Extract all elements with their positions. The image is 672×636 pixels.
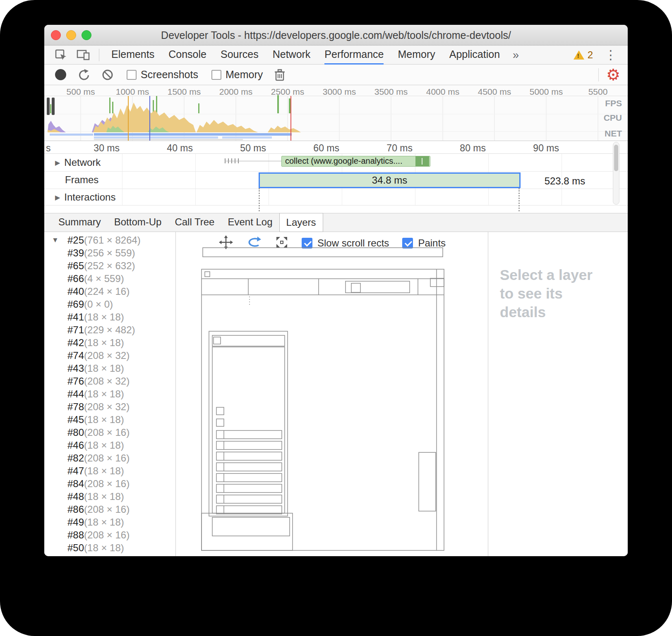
- layer-details-placeholder: Select a layer to see its details: [500, 266, 596, 321]
- warning-count: 2: [588, 49, 593, 61]
- screenshots-toggle[interactable]: Screenshots: [127, 69, 198, 81]
- screenshots-label: Screenshots: [141, 69, 198, 81]
- layer-wireframe[interactable]: [176, 232, 488, 556]
- overview-tick-label: 4000 ms: [418, 87, 468, 97]
- layer-tree-item[interactable]: #50(18 × 18): [44, 541, 175, 554]
- more-tabs-icon[interactable]: »: [513, 45, 519, 65]
- overview-tick-label: 2500 ms: [263, 87, 312, 97]
- devtools-window: Developer Tools - https://developers.goo…: [44, 25, 628, 556]
- layer-tree-item[interactable]: #76(208 × 32): [44, 375, 175, 387]
- layer-tree-item[interactable]: #86(208 × 16): [44, 503, 175, 516]
- devtools-tabbar: ElementsConsoleSourcesNetworkPerformance…: [44, 45, 628, 65]
- device-toolbar-icon[interactable]: [77, 49, 90, 61]
- reload-and-profile-icon[interactable]: [78, 69, 90, 81]
- layer-tree-item[interactable]: #44(18 × 18): [44, 387, 175, 400]
- tree-disclosure-icon[interactable]: ▼: [52, 234, 62, 246]
- frame-duration: 34.8 ms: [372, 175, 407, 186]
- toolbar-separator: [598, 68, 599, 81]
- selected-frame-bar[interactable]: 34.8 ms: [259, 172, 521, 188]
- detail-tick-label: 40 ms: [159, 143, 193, 154]
- clear-recording-icon[interactable]: [102, 69, 113, 81]
- layer-tree-item[interactable]: #65(252 × 632): [44, 259, 175, 272]
- overview-tick-label: 5000 ms: [521, 87, 571, 97]
- layer-tree-item[interactable]: #84(208 × 16): [44, 477, 175, 490]
- lane-label: NET: [605, 129, 622, 139]
- layer-tree-item[interactable]: #80(208 × 16): [44, 426, 175, 439]
- detail-time-ruler: s30 ms40 ms50 ms60 ms70 ms80 ms90 ms: [44, 141, 628, 154]
- layer-tree-item[interactable]: ▼#25(761 × 8264): [44, 234, 175, 246]
- layer-tree-item[interactable]: #82(208 × 16): [44, 452, 175, 464]
- detail-scrollbar[interactable]: [613, 142, 619, 205]
- garbage-collect-icon[interactable]: [274, 69, 285, 81]
- detail-tick-label: 80 ms: [452, 143, 486, 154]
- analysis-tab[interactable]: Bottom-Up: [108, 213, 168, 232]
- layer-tree-item[interactable]: #43(18 × 18): [44, 362, 175, 375]
- panel-tab[interactable]: Performance: [324, 45, 384, 65]
- frame-selection-guide-right: [518, 188, 520, 211]
- layer-tree-item[interactable]: #69(0 × 0): [44, 298, 175, 311]
- layers-canvas[interactable]: Slow scroll rects Paints: [176, 232, 488, 556]
- detail-tick-label: 30 ms: [86, 143, 120, 154]
- inspect-element-icon[interactable]: [55, 49, 67, 61]
- disclosure-triangle-icon[interactable]: ▶: [55, 194, 60, 201]
- layer-tree-item[interactable]: #47(18 × 18): [44, 464, 175, 477]
- layer-tree-item[interactable]: #39(256 × 559): [44, 246, 175, 259]
- lane-label: FPS: [605, 98, 622, 108]
- panel-tab[interactable]: Memory: [398, 45, 435, 65]
- layer-tree-item[interactable]: #71(229 × 482): [44, 323, 175, 336]
- detail-tick-label: s: [46, 143, 71, 154]
- next-frame-duration: 523.8 ms: [532, 175, 598, 187]
- warning-icon: !: [574, 50, 584, 60]
- analysis-tab[interactable]: Call Tree: [168, 213, 221, 232]
- window-title: Developer Tools - https://developers.goo…: [44, 25, 628, 45]
- memory-checkbox[interactable]: [211, 70, 221, 80]
- screenshots-checkbox[interactable]: [127, 70, 137, 80]
- layer-tree-item[interactable]: #42(18 × 18): [44, 336, 175, 349]
- layer-tree-item[interactable]: #90(208 × 16): [44, 554, 175, 556]
- disclosure-triangle-icon[interactable]: ▶: [55, 159, 60, 167]
- performance-toolbar: Screenshots Memory ⚙: [44, 65, 628, 85]
- layer-tree-item[interactable]: #46(18 × 18): [44, 439, 175, 452]
- main-tabs: ElementsConsoleSourcesNetworkPerformance…: [104, 45, 507, 65]
- interactions-row-header[interactable]: ▶ Interactions: [55, 191, 115, 203]
- analysis-tab[interactable]: Summary: [52, 213, 108, 232]
- memory-toggle[interactable]: Memory: [211, 69, 263, 81]
- layer-tree-item[interactable]: #66(4 × 559): [44, 272, 175, 285]
- panel-tab[interactable]: Sources: [221, 45, 259, 65]
- titlebar: Developer Tools - https://developers.goo…: [44, 25, 628, 45]
- detail-tick-label: 70 ms: [379, 143, 413, 154]
- layer-tree-item[interactable]: #78(208 × 32): [44, 400, 175, 413]
- console-warnings-indicator[interactable]: ! 2: [574, 49, 593, 61]
- panel-tab[interactable]: Application: [449, 45, 500, 65]
- layer-tree-item[interactable]: #49(18 × 18): [44, 516, 175, 528]
- capture-settings-gear-icon[interactable]: ⚙: [606, 65, 620, 85]
- memory-label: Memory: [226, 69, 263, 81]
- layer-tree-item[interactable]: #40(224 × 16): [44, 285, 175, 298]
- layer-tree-item[interactable]: #45(18 × 18): [44, 413, 175, 426]
- layer-tree-item[interactable]: #48(18 × 18): [44, 490, 175, 503]
- panel-tab[interactable]: Elements: [111, 45, 154, 65]
- overview-tick-label: 1500 ms: [159, 87, 209, 97]
- detail-tick-label: 50 ms: [232, 143, 266, 154]
- analysis-tab[interactable]: Layers: [279, 213, 323, 232]
- layer-tree-item[interactable]: #88(208 × 16): [44, 528, 175, 541]
- timeline-overview[interactable]: 500 ms1000 ms1500 ms2000 ms2500 ms3000 m…: [44, 85, 628, 141]
- analysis-tab[interactable]: Event Log: [221, 213, 279, 232]
- kebab-menu-icon[interactable]: ⋮: [602, 45, 619, 65]
- screen-surround: Developer Tools - https://developers.goo…: [0, 0, 672, 636]
- layer-tree-item[interactable]: #41(18 × 18): [44, 311, 175, 323]
- scrollbar-thumb[interactable]: [614, 145, 618, 171]
- layers-panel: ▼#25(761 × 8264) #39(256 × 559) #65(252 …: [44, 232, 628, 556]
- toolbar-separator: [99, 49, 99, 61]
- record-button[interactable]: [55, 69, 66, 80]
- overview-tick-label: 1000 ms: [108, 87, 157, 97]
- network-row-header[interactable]: ▶ Network: [55, 157, 101, 168]
- timeline-detail: s30 ms40 ms50 ms60 ms70 ms80 ms90 ms ▶ N…: [44, 141, 628, 213]
- layer-tree-item[interactable]: #74(208 × 32): [44, 349, 175, 362]
- frames-row-header[interactable]: Frames: [65, 174, 98, 186]
- analysis-tabs: SummaryBottom-UpCall TreeEvent LogLayers: [44, 213, 628, 232]
- panel-tab[interactable]: Network: [273, 45, 311, 65]
- network-request-download-segment: [415, 156, 429, 166]
- network-request-bar[interactable]: collect (www.google-analytics....: [281, 156, 430, 167]
- panel-tab[interactable]: Console: [168, 45, 206, 65]
